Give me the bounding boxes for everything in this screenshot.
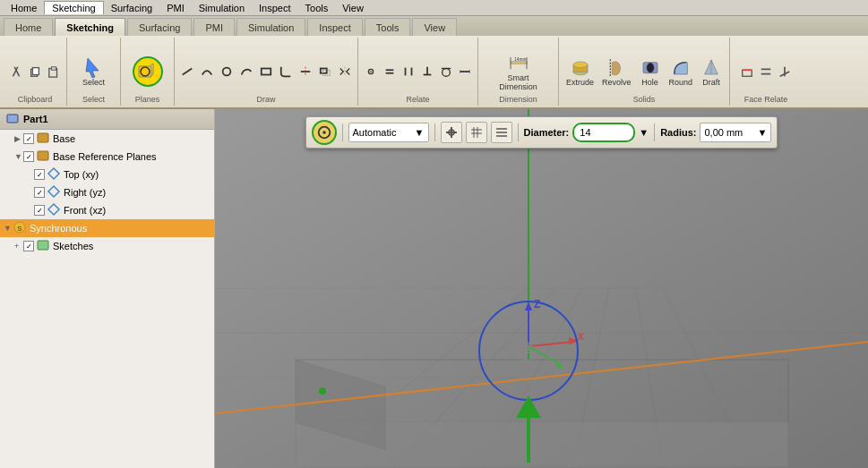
snap-button[interactable] <box>441 122 462 143</box>
tree-root-label: Part1 <box>23 114 48 124</box>
check-front[interactable]: ✓ <box>34 205 45 216</box>
ribbon: Home Sketching Surfacing PMI Simulation … <box>0 16 868 109</box>
face-relate-label: Face Relate <box>730 95 802 104</box>
right-icon <box>47 184 61 200</box>
menu-sketching[interactable]: Sketching <box>44 1 103 14</box>
parallel-button[interactable] <box>400 63 417 81</box>
menu-tools[interactable]: Tools <box>298 2 336 14</box>
check-right[interactable]: ✓ <box>34 187 45 198</box>
tree-item-right[interactable]: ✓ Right (yz) <box>0 183 214 201</box>
mirror-button[interactable] <box>336 63 354 81</box>
viewport[interactable]: Z X <box>215 109 868 468</box>
diameter-input[interactable] <box>572 123 635 142</box>
menu-pmi[interactable]: PMI <box>159 2 192 14</box>
round-button[interactable]: Round <box>666 54 697 89</box>
ribbon-group-face-relate: Face Relate <box>730 38 802 106</box>
extrude-button[interactable]: Extrude <box>563 54 597 89</box>
arc-button[interactable] <box>198 63 216 81</box>
tab-tools[interactable]: Tools <box>365 18 411 36</box>
rect-button[interactable] <box>257 63 275 81</box>
tab-sketching[interactable]: Sketching <box>55 18 125 36</box>
menu-surfacing[interactable]: Surfacing <box>104 2 159 14</box>
radius-box: Radius: 0,00 mm ▼ <box>660 123 771 142</box>
fillet-button[interactable] <box>277 63 295 81</box>
svg-rect-3 <box>51 67 56 71</box>
base-ref-label: Base Reference Planes <box>53 151 157 162</box>
tab-surfacing[interactable]: Surfacing <box>127 18 192 36</box>
hole-button[interactable]: Hole <box>636 54 665 89</box>
tree-item-sketches[interactable]: + ✓ Sketches <box>0 237 214 255</box>
right-label: Right (yz) <box>64 187 106 198</box>
svg-rect-39 <box>743 70 752 76</box>
tab-inspect[interactable]: Inspect <box>307 18 362 36</box>
face-parallel-button[interactable] <box>757 63 775 81</box>
tree-item-synchronous[interactable]: ▼ S Synchronous <box>0 219 214 237</box>
menu-simulation[interactable]: Simulation <box>192 2 252 14</box>
horiz-button[interactable] <box>456 63 474 81</box>
check-top[interactable]: ✓ <box>34 169 45 180</box>
smart-dimension-button[interactable]: 14mm SmartDimension <box>495 49 541 94</box>
face-angular-button[interactable] <box>776 63 794 81</box>
select-button[interactable]: Select <box>79 54 108 89</box>
svg-line-6 <box>183 69 193 75</box>
offset-button[interactable] <box>316 63 334 81</box>
spline-button[interactable] <box>237 63 255 81</box>
check-sketches[interactable]: ✓ <box>23 241 34 251</box>
circle-draw-button[interactable] <box>133 56 163 87</box>
tree-item-top[interactable]: ✓ Top (xy) <box>0 166 214 183</box>
base-icon <box>36 131 50 147</box>
cut-button[interactable] <box>7 63 25 81</box>
clipboard-label: Clipboard <box>4 95 66 104</box>
list-button[interactable] <box>491 122 512 143</box>
svg-rect-27 <box>511 62 527 64</box>
mode-value: Automatic <box>353 127 397 138</box>
menu-bar: Home Sketching Surfacing PMI Simulation … <box>0 0 868 16</box>
tree-item-base[interactable]: ▶ ✓ Base <box>0 130 214 148</box>
check-base-ref[interactable]: ✓ <box>23 151 34 162</box>
expand-top[interactable] <box>25 170 34 179</box>
svg-rect-47 <box>38 151 48 160</box>
ribbon-group-draw: Draw <box>175 38 358 106</box>
sketches-icon <box>36 238 50 254</box>
expand-sync[interactable]: ▼ <box>4 224 13 233</box>
paste-button[interactable] <box>45 63 63 81</box>
base-label: Base <box>53 133 75 144</box>
tangent-button[interactable] <box>437 63 455 81</box>
tree-item-base-ref-planes[interactable]: ▼ ✓ Base Reference Planes <box>0 148 214 166</box>
svg-marker-50 <box>48 204 59 215</box>
menu-view[interactable]: View <box>335 2 371 14</box>
face-coincident-button[interactable] <box>738 63 756 81</box>
sep3 <box>518 123 519 141</box>
menu-home[interactable]: Home <box>4 2 44 14</box>
tab-view[interactable]: View <box>412 18 457 36</box>
expand-front[interactable] <box>25 206 34 215</box>
svg-marker-48 <box>48 168 59 179</box>
copy-button[interactable] <box>26 63 44 81</box>
grid-button[interactable] <box>466 122 487 143</box>
svg-text:S: S <box>17 225 21 233</box>
front-icon <box>47 202 61 218</box>
circle-mode-button[interactable] <box>312 120 337 145</box>
tree-item-front[interactable]: ✓ Front (xz) <box>0 201 214 219</box>
check-base[interactable]: ✓ <box>23 133 34 144</box>
relate-label: Relate <box>358 95 477 104</box>
tab-pmi[interactable]: PMI <box>193 18 235 36</box>
diameter-dropdown-icon: ▼ <box>639 127 649 138</box>
tab-simulation[interactable]: Simulation <box>236 18 305 36</box>
circle-button[interactable] <box>218 63 236 81</box>
revolve-button[interactable]: Revolve <box>598 54 635 89</box>
perp-button[interactable] <box>418 63 436 81</box>
radius-dropdown[interactable]: 0,00 mm ▼ <box>700 123 771 142</box>
expand-base-ref[interactable]: ▼ <box>14 152 23 161</box>
expand-right[interactable] <box>25 188 34 197</box>
coincident-button[interactable] <box>362 63 380 81</box>
line-button[interactable] <box>178 63 196 81</box>
expand-base[interactable]: ▶ <box>14 134 23 143</box>
expand-sketches[interactable]: + <box>14 242 23 251</box>
trim-button[interactable] <box>296 63 314 81</box>
equal-button[interactable] <box>381 63 399 81</box>
draft-button[interactable]: Draft <box>697 54 726 89</box>
menu-inspect[interactable]: Inspect <box>252 2 297 14</box>
tab-home[interactable]: Home <box>4 18 53 36</box>
mode-dropdown[interactable]: Automatic ▼ <box>348 123 429 142</box>
